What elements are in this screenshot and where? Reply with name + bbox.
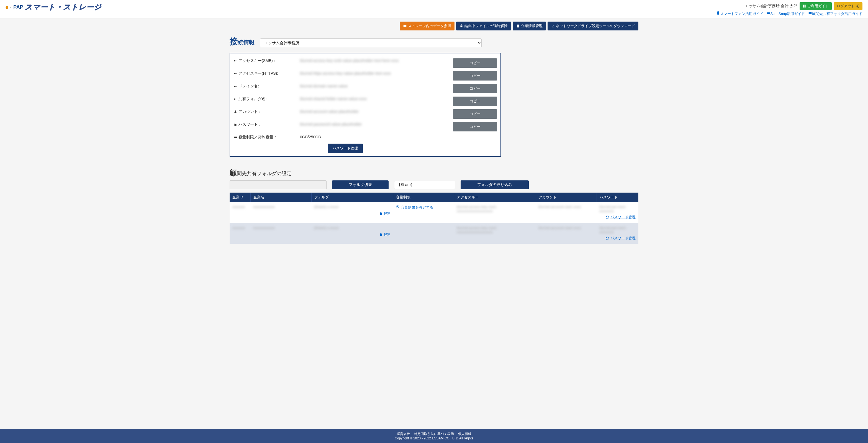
cell-account: blurred-account-row1-xxxx	[538, 205, 581, 209]
password-manage-button[interactable]: パスワード管理	[328, 144, 363, 153]
domain-label: ドメイン名:	[234, 84, 300, 89]
svg-rect-12	[235, 124, 237, 126]
account-label: アカウント：	[234, 109, 300, 114]
sharefolder-guide-link[interactable]: 顧問先共有フォルダ活用ガイド	[808, 12, 863, 16]
copy-password-button[interactable]: コピー	[453, 122, 497, 131]
svg-rect-6	[235, 73, 237, 74]
logout-icon	[856, 4, 860, 8]
connection-title: 接続情報	[229, 36, 254, 47]
cell-id: xxxxxxx	[232, 205, 245, 209]
th-folder: フォルダ	[311, 193, 393, 202]
nav-storage-button[interactable]: ストレージ内のデータ参照	[400, 22, 455, 30]
logo-text: スマート・ストレージ	[25, 2, 102, 12]
logo: e・PAP スマート・ストレージ	[5, 2, 102, 12]
th-access: アクセスキー	[454, 193, 536, 202]
key-icon	[234, 97, 237, 101]
cell-folder: [Share] x-xxxxx	[314, 226, 339, 230]
capacity-value: 0GB/250GB	[300, 135, 497, 139]
folder-filter-button[interactable]: フォルダの絞り込み	[461, 180, 529, 189]
password-manage-link[interactable]: パスワード管理	[606, 215, 636, 220]
cell-id: xxxxxxx	[232, 226, 245, 230]
scanner-icon	[766, 11, 770, 15]
cell-password: blurred-pw-row1-xxxxxxxx	[599, 205, 626, 213]
folder-empty-input[interactable]	[229, 180, 327, 189]
capacity-label: 容量制限／契約容量：	[234, 135, 300, 140]
folder-table: 企業ID 企業名 フォルダ 容量制限 アクセスキー アカウント パスワード xx…	[229, 193, 639, 244]
account-value: blurred-account-value-placeholder	[300, 109, 450, 114]
key-icon	[234, 72, 237, 75]
capacity-setting-link[interactable]: 容量制限を設定する	[396, 205, 433, 209]
office-select[interactable]: エッサム会計事務所	[260, 38, 482, 47]
top-nav: ストレージ内のデータ参照 編集中ファイルの強制解除 企業情報管理 ネットワークド…	[229, 22, 639, 30]
svg-rect-16	[380, 234, 382, 236]
svg-rect-0	[717, 11, 719, 15]
header-right: エッサム会計事務所 会計 太郎 ご利用ガイド ログアウト スマートフォン活用ガイ…	[714, 2, 863, 16]
key-icon	[234, 84, 237, 88]
unlock-icon	[379, 212, 383, 215]
password-label: パスワード：	[234, 122, 300, 127]
cell-folder: [Share] x-xxxxx	[314, 205, 339, 209]
folder-value: blurred-shared-folder-name-value-xxxx	[300, 97, 450, 101]
unlock-icon	[460, 24, 463, 28]
smartphone-guide-link[interactable]: スマートフォン活用ガイド	[716, 12, 763, 16]
hdd-icon	[234, 135, 237, 139]
cell-password: blurred-pw-row2-xxxxxxxx	[599, 226, 626, 234]
logo-badge: e・PAP	[5, 4, 23, 10]
unlock-icon	[379, 233, 383, 237]
folder-controls: フォルダ切替 フォルダの絞り込み	[229, 180, 639, 189]
undo-icon	[606, 236, 609, 240]
book-icon	[802, 4, 806, 8]
folder-label: 共有フォルダ名:	[234, 97, 300, 102]
cell-name: xxxxxxxxxxxx	[253, 226, 275, 230]
table-row: xxxxxxx xxxxxxxxxxxx [Share] x-xxxxx 解除 …	[229, 223, 639, 244]
guide-button[interactable]: ご利用ガイド	[800, 2, 832, 10]
lock-icon	[234, 123, 237, 127]
svg-rect-1	[767, 12, 770, 14]
cell-access: blurred-access-key-row1-xxxxxxxxxxxxxxxx…	[457, 205, 497, 213]
copy-folder-button[interactable]: コピー	[453, 97, 497, 106]
svg-rect-14	[380, 213, 382, 215]
copy-https-button[interactable]: コピー	[453, 71, 497, 80]
https-label: アクセスキー(HTTPS):	[234, 71, 300, 76]
copy-smb-button[interactable]: コピー	[453, 58, 497, 68]
header-links: スマートフォン活用ガイド ScanSnap活用ガイド 顧問先共有フォルダ活用ガイ…	[714, 11, 863, 16]
svg-rect-4	[235, 61, 237, 61]
header: e・PAP スマート・ストレージ エッサム会計事務所 会計 太郎 ご利用ガイド …	[0, 0, 868, 19]
svg-rect-13	[234, 137, 237, 138]
logout-button[interactable]: ログアウト	[834, 2, 863, 10]
scansnap-guide-link[interactable]: ScanSnap活用ガイド	[766, 12, 805, 16]
nav-unlock-button[interactable]: 編集中ファイルの強制解除	[456, 22, 511, 30]
nav-company-button[interactable]: 企業情報管理	[513, 22, 546, 30]
building-icon	[516, 24, 520, 28]
folder-open-icon	[403, 24, 407, 28]
th-id: 企業ID	[229, 193, 250, 202]
svg-rect-10	[235, 99, 237, 99]
copy-account-button[interactable]: コピー	[453, 109, 497, 119]
unlock-link[interactable]: 解除	[379, 211, 390, 216]
unlock-link[interactable]: 解除	[379, 232, 390, 237]
cell-account: blurred-account-row2-xxxx	[538, 226, 581, 230]
th-capacity: 容量制限	[393, 193, 454, 202]
svg-point-11	[235, 110, 236, 112]
key-icon	[234, 59, 237, 63]
phone-icon	[716, 11, 720, 15]
user-icon	[234, 110, 237, 114]
domain-value: blurred-domain-name-value	[300, 84, 450, 88]
svg-rect-2	[517, 25, 519, 28]
user-info: エッサム会計事務所 会計 太郎	[745, 4, 797, 8]
password-value: blurred-password-value-placeholder	[300, 122, 450, 127]
folder-icon	[808, 11, 812, 15]
cell-name: xxxxxxxxxxxx	[253, 205, 275, 209]
svg-point-15	[397, 206, 398, 207]
table-row: xxxxxxx xxxxxxxxxxxx [Share] x-xxxxx 解除 …	[229, 202, 639, 223]
copy-domain-button[interactable]: コピー	[453, 84, 497, 93]
cell-access: blurred-access-key-row2-xxxxxxxxxxxxxxxx…	[457, 226, 497, 234]
smb-value: blurred-access-key-smb-value-placeholder…	[300, 58, 450, 63]
nav-download-button[interactable]: ネットワークドライブ設定ツールのダウンロード	[548, 22, 639, 30]
password-manage-link[interactable]: パスワード管理	[606, 236, 636, 241]
folder-section-title: 顧問先共有フォルダの設定	[229, 168, 639, 178]
share-input[interactable]	[394, 181, 455, 189]
th-password: パスワード	[596, 193, 639, 202]
https-value: blurred-https-access-key-value-placehold…	[300, 71, 450, 75]
folder-switch-button[interactable]: フォルダ切替	[332, 180, 389, 189]
